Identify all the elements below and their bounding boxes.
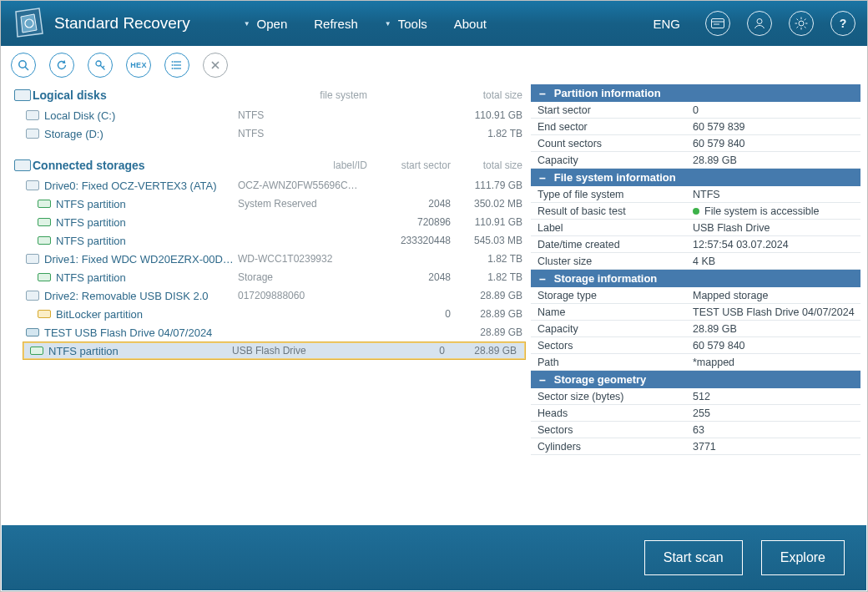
collapse-icon: –	[539, 171, 546, 185]
info-row: Date/time created12:57:54 03.07.2024	[531, 236, 860, 253]
part-ic-icon	[30, 347, 43, 355]
info-row: Sector size (bytes)512	[531, 388, 860, 405]
info-section-header[interactable]: –Storage geometry	[531, 371, 860, 388]
info-row: Sectors63	[531, 422, 860, 438]
row-col-b: 720896	[367, 216, 451, 228]
info-section-title: File system information	[554, 171, 676, 184]
info-key: Path	[531, 357, 686, 368]
row-col-b: 2048	[367, 271, 451, 283]
spacer	[9, 143, 531, 154]
usb-ic-icon	[26, 328, 39, 336]
tree-row[interactable]: BitLocker partition028.89 GB	[9, 305, 531, 323]
menu-tools-label: Tools	[398, 17, 427, 31]
toolbar: HEX	[1, 46, 867, 84]
menu-open[interactable]: ▼ Open	[230, 12, 301, 36]
svg-point-16	[19, 61, 26, 68]
tool-refresh[interactable]	[49, 53, 74, 78]
info-section-header[interactable]: –File system information	[531, 169, 860, 186]
app-logo-icon	[9, 5, 46, 42]
row-name: NTFS partition	[56, 198, 238, 210]
tree-row[interactable]: Storage (D:)NTFS1.82 TB	[9, 124, 531, 143]
explore-button[interactable]: Explore	[761, 540, 845, 575]
col-labelid: label/ID	[238, 159, 367, 171]
info-section-header[interactable]: –Partition information	[531, 84, 860, 102]
info-section-title: Partition information	[554, 87, 661, 99]
tool-close[interactable]	[203, 53, 228, 78]
tree-row[interactable]: Drive0: Fixed OCZ-VERTEX3 (ATA)OCZ-AWNZ0…	[9, 176, 531, 195]
start-scan-button[interactable]: Start scan	[644, 540, 743, 575]
info-row: Path*mapped	[531, 354, 860, 371]
menu-tools[interactable]: ▼ Tools	[371, 12, 441, 36]
tree-row[interactable]: NTFS partition233320448545.03 MB	[9, 231, 531, 250]
row-col-a: System Reserved	[238, 198, 367, 210]
tool-scan[interactable]	[11, 53, 36, 78]
info-value: 0	[686, 104, 860, 116]
info-row: Count sectors60 579 840	[531, 135, 860, 152]
tool-decrypt[interactable]	[88, 53, 113, 78]
svg-line-13	[805, 27, 806, 28]
help-button[interactable]: ?	[830, 11, 855, 36]
row-col-a: NTFS	[238, 128, 367, 139]
svg-line-15	[797, 27, 799, 28]
info-section-header[interactable]: –Storage information	[531, 270, 860, 287]
row-col-c: 1.82 TB	[451, 271, 531, 283]
language-selector[interactable]: ENG	[653, 17, 680, 31]
info-key: Date/time created	[531, 239, 686, 250]
info-row: End sector60 579 839	[531, 119, 860, 135]
row-name: Local Disk (C:)	[44, 109, 238, 122]
info-key: Count sectors	[531, 138, 686, 149]
info-key: Name	[531, 306, 686, 318]
chevron-down-icon: ▼	[244, 20, 250, 28]
info-key: Start sector	[531, 104, 686, 116]
col-totalsize: total size	[451, 89, 531, 101]
tree-row[interactable]: TEST USB Flash Drive 04/07/202428.89 GB	[9, 323, 531, 342]
row-col-c: 545.03 MB	[451, 235, 531, 246]
info-key: End sector	[531, 121, 686, 133]
row-col-a: NTFS	[238, 109, 367, 121]
tool-hex[interactable]: HEX	[126, 53, 151, 78]
info-key: Type of file system	[531, 189, 686, 200]
card-icon	[711, 18, 724, 28]
account-button[interactable]	[747, 11, 772, 36]
row-icon	[38, 236, 56, 245]
license-button[interactable]	[705, 11, 730, 36]
tree-row[interactable]: NTFS partitionSystem Reserved2048350.02 …	[9, 195, 531, 213]
info-key: Capacity	[531, 323, 686, 335]
settings-button[interactable]	[789, 11, 814, 36]
info-row: LabelUSB Flash Drive	[531, 220, 860, 236]
tree-row[interactable]: Drive2: Removable USB DISK 2.00172098880…	[9, 286, 531, 305]
row-icon	[38, 200, 56, 208]
row-name: Drive1: Fixed WDC WD20EZRX-00DC0…	[44, 253, 238, 266]
info-row: Cylinders3771	[531, 438, 860, 455]
tree-row[interactable]: NTFS partition720896110.91 GB	[9, 213, 531, 231]
info-value: 28.89 GB	[686, 154, 860, 166]
row-col-a: Storage	[238, 271, 367, 283]
row-icon	[26, 328, 44, 336]
tree-row-selected[interactable]: NTFS partitionUSB Flash Drive028.89 GB	[23, 342, 526, 360]
chevron-down-icon: ▼	[385, 20, 391, 28]
row-col-c: 110.91 GB	[451, 109, 531, 121]
main-menu: ▼ Open Refresh ▼ Tools About	[230, 12, 500, 36]
tree-row[interactable]: Local Disk (C:)NTFS110.91 GB	[9, 106, 531, 124]
disk-ic-icon	[26, 291, 39, 301]
tool-list[interactable]	[164, 53, 189, 78]
menu-about[interactable]: About	[441, 12, 500, 36]
tree-row[interactable]: Drive1: Fixed WDC WD20EZRX-00DC0…WD-WCC1…	[9, 250, 531, 268]
status-ok-icon	[693, 208, 699, 215]
info-key: Cylinders	[531, 441, 686, 453]
tree-row[interactable]: NTFS partitionStorage20481.82 TB	[9, 268, 531, 286]
row-col-c: 28.89 GB	[451, 308, 531, 320]
key-icon	[94, 59, 106, 71]
info-section-title: Storage geometry	[554, 373, 647, 386]
storage-tree: Logical disks file system total size Loc…	[9, 84, 531, 528]
collapse-icon: –	[539, 87, 546, 100]
info-value: 60 579 840	[686, 138, 860, 149]
row-col-c: 28.89 GB	[451, 290, 531, 301]
info-value: 28.89 GB	[686, 323, 860, 335]
info-row: Capacity28.89 GB	[531, 152, 860, 169]
help-icon: ?	[840, 17, 847, 30]
menu-refresh[interactable]: Refresh	[300, 12, 371, 36]
part-ic-icon	[38, 218, 51, 226]
row-icon	[26, 291, 44, 301]
section-logical-disks: Logical disks file system total size	[9, 84, 531, 106]
